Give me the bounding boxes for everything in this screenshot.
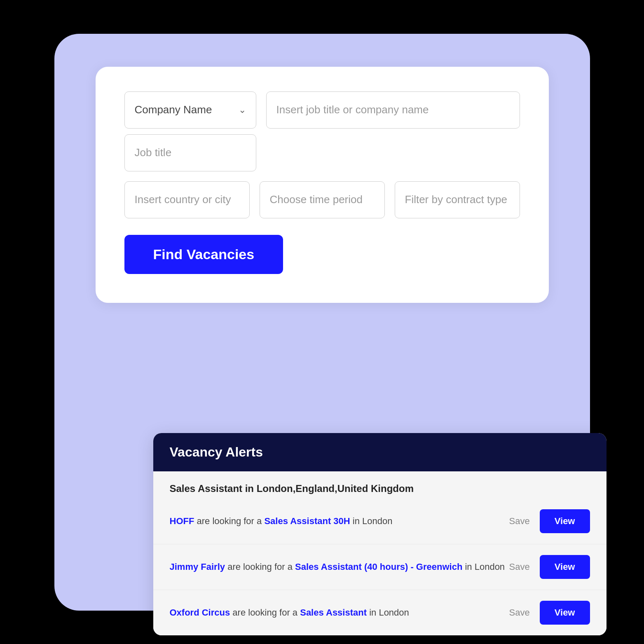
view-button-1[interactable]: View [540,555,590,579]
vacancy-actions-2: Save View [509,601,590,625]
save-button-1[interactable]: Save [509,562,530,572]
job-title-placeholder: Job title [135,146,172,159]
company-name-label: Company Name [135,103,212,116]
role-link-0: Sales Assistant 30H [264,516,350,526]
outer-background: Company Name ⌄ Job title Insert job titl… [54,34,590,611]
company-name-dropdown[interactable]: Company Name ⌄ [124,91,256,129]
save-button-0[interactable]: Save [509,516,530,527]
location-input[interactable]: Insert country or city [124,181,250,218]
search-row-2: Insert country or city Choose time perio… [124,181,520,218]
company-link-2[interactable]: Oxford Circus [170,607,230,618]
vacancy-prefix-1: are looking for a [227,562,295,572]
vacancy-alerts-header: Vacancy Alerts [153,433,607,471]
time-period-placeholder: Choose time period [270,193,363,206]
vacancy-row: HOFF are looking for a Sales Assistant 3… [153,499,607,544]
vacancy-actions-0: Save View [509,509,590,533]
contract-type-input[interactable]: Filter by contract type [395,181,520,218]
search-row-1: Company Name ⌄ Job title Insert job titl… [124,91,520,171]
vacancy-suffix-2: in London [369,607,409,618]
vacancy-suffix-0: in London [353,516,393,526]
vacancy-actions-1: Save View [509,555,590,579]
vacancy-prefix-2: are looking for a [232,607,300,618]
vacancy-text-1: Jimmy Fairly are looking for a Sales Ass… [170,562,509,572]
company-link-0[interactable]: HOFF [170,516,194,526]
dropdown-column: Company Name ⌄ Job title [124,91,256,171]
role-link-1: Sales Assistant (40 hours) - Greenwich [295,562,462,572]
vacancy-row: Oxford Circus are looking for a Sales As… [153,590,607,635]
search-placeholder: Insert job title or company name [276,103,429,116]
save-button-2[interactable]: Save [509,607,530,618]
time-period-input[interactable]: Choose time period [260,181,385,218]
vacancy-text-0: HOFF are looking for a Sales Assistant 3… [170,516,509,527]
location-placeholder: Insert country or city [135,193,231,206]
contract-type-placeholder: Filter by contract type [405,193,508,206]
find-vacancies-button[interactable]: Find Vacancies [124,235,283,274]
chevron-down-icon: ⌄ [239,105,246,115]
vacancy-prefix-0: are looking for a [197,516,265,526]
vacancy-subtitle: Sales Assistant in London,England,United… [153,471,607,499]
view-button-0[interactable]: View [540,509,590,533]
vacancy-row: Jimmy Fairly are looking for a Sales Ass… [153,544,607,590]
search-input[interactable]: Insert job title or company name [266,91,520,129]
vacancy-suffix-1: in London [465,562,505,572]
job-title-field[interactable]: Job title [124,134,256,171]
vacancy-alerts-title: Vacancy Alerts [170,445,263,459]
search-card: Company Name ⌄ Job title Insert job titl… [96,67,549,303]
company-link-1[interactable]: Jimmy Fairly [170,562,225,572]
view-button-2[interactable]: View [540,601,590,625]
role-link-2: Sales Assistant [300,607,367,618]
vacancy-alerts-card: Vacancy Alerts Sales Assistant in London… [153,433,607,635]
vacancy-text-2: Oxford Circus are looking for a Sales As… [170,607,509,618]
